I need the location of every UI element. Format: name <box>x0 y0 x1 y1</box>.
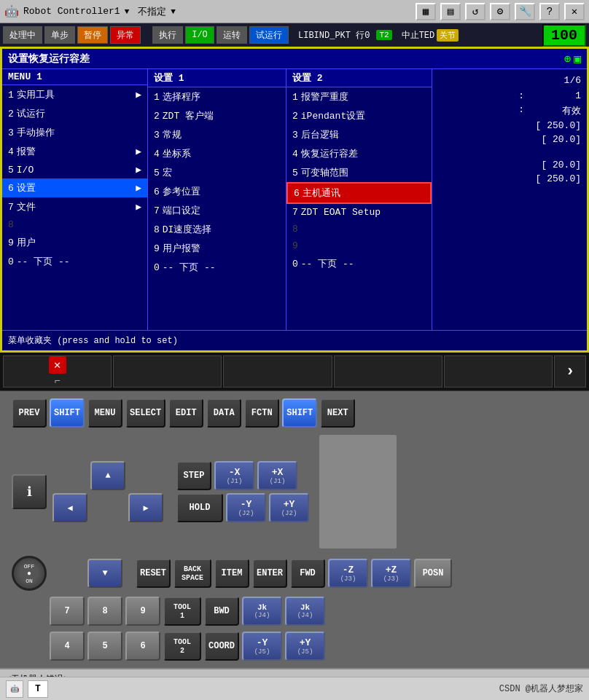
zoom-icon[interactable]: ⊕ <box>564 52 572 66</box>
menu-button[interactable]: MENU <box>87 398 122 428</box>
menu-col2-item-9[interactable]: 9用户报警 <box>148 239 286 258</box>
title-text: Robot Controller1 <box>23 6 120 17</box>
menu-col1-item-4[interactable]: 4报警▶ <box>2 142 147 161</box>
hold-button[interactable]: HOLD <box>176 493 223 522</box>
taskbar-icon[interactable]: 🤖 <box>6 680 23 698</box>
status-bar: 菜单收藏夹 (press and hold to set) <box>2 330 587 350</box>
backspace-button[interactable]: BACKSPACE <box>173 559 211 588</box>
fkey-3[interactable] <box>223 355 332 388</box>
tb-icon2-button[interactable]: ▤ <box>440 3 461 20</box>
num-8-button[interactable]: 8 <box>87 597 122 626</box>
fkey-5[interactable] <box>444 355 553 388</box>
tb-close-button[interactable]: ✕ <box>564 3 585 20</box>
item-button[interactable]: ITEM <box>214 559 249 588</box>
num-7-button[interactable]: 7 <box>50 597 85 626</box>
menu-col2-item-1[interactable]: 1选择程序 <box>148 87 286 106</box>
menu-col2-item-0[interactable]: 0-- 下页 -- <box>148 258 286 277</box>
fkey-1[interactable]: ✕ ⌐ <box>3 355 112 388</box>
y-minus-button[interactable]: -Y(J2) <box>226 493 266 522</box>
tool2-button[interactable]: TOOL2 <box>163 632 201 661</box>
menu-col2-item-6[interactable]: 6参考位置 <box>148 182 286 201</box>
menu-col2-item-3[interactable]: 3常规 <box>148 125 286 144</box>
menu-col2-item-2[interactable]: 2ZDT 客户端 <box>148 106 286 125</box>
title-arrow[interactable]: ▼ <box>125 7 130 16</box>
menu-col1-item-9[interactable]: 9用户 <box>2 233 147 252</box>
menu-col2-item-8[interactable]: 8DI速度选择 <box>148 220 286 239</box>
up-button[interactable]: ▲ <box>90 461 125 490</box>
data-button[interactable]: DATA <box>206 398 241 428</box>
tb-refresh-button[interactable]: ↺ <box>465 3 485 20</box>
num-4-button[interactable]: 4 <box>50 632 85 661</box>
j5-plus-button[interactable]: +Y(J5) <box>285 632 325 661</box>
num-9-button[interactable]: 9 <box>125 597 160 626</box>
tb-gear-button[interactable]: ⚙ <box>490 3 510 20</box>
single-step-button[interactable]: 单步 <box>44 26 75 44</box>
fctn-button[interactable]: FCTN <box>244 398 279 428</box>
menu-col1-item-5[interactable]: 5I/O▶ <box>2 161 147 178</box>
layout-icon[interactable]: ▣ <box>574 52 581 66</box>
num-5-button[interactable]: 5 <box>87 632 122 661</box>
num-6-button[interactable]: 6 <box>125 632 160 661</box>
fkey-4[interactable] <box>334 355 442 388</box>
run-button[interactable]: 运转 <box>217 26 247 44</box>
tb-help-button[interactable]: ? <box>539 3 560 20</box>
prev-button[interactable]: PREV <box>12 398 47 428</box>
processing-button[interactable]: 处理中 <box>3 26 42 44</box>
menu-col3-item-1[interactable]: 1报警严重度 <box>286 87 432 106</box>
fkey-2[interactable] <box>113 355 222 388</box>
menu-col2-item-4[interactable]: 4坐标系 <box>148 144 286 163</box>
j4-plus-button[interactable]: Jk(J4) <box>285 597 325 626</box>
x-minus-button[interactable]: -X(J1) <box>214 461 254 490</box>
step-button[interactable]: STEP <box>176 461 211 490</box>
right-button[interactable]: ▶ <box>128 493 163 522</box>
rv-val1: 1 <box>530 90 581 101</box>
edit-button[interactable]: EDIT <box>168 398 203 428</box>
menu-col3-item-6[interactable]: 6主机通讯 <box>286 182 432 204</box>
menu-col3-item-3[interactable]: 3后台逻辑 <box>286 125 432 144</box>
enter-button[interactable]: ENTER <box>252 559 287 588</box>
bwd-button[interactable]: BWD <box>204 597 239 626</box>
fkey-next-button[interactable]: › <box>554 355 586 388</box>
menu-col1-item-1[interactable]: 1实用工具▶ <box>2 85 147 104</box>
unspecified-arrow[interactable]: ▼ <box>171 7 176 16</box>
menu-col3-item-0[interactable]: 0-- 下页 -- <box>286 254 432 273</box>
reset-button[interactable]: RESET <box>136 559 171 588</box>
off-on-knob[interactable]: OFF ● ON <box>12 556 47 591</box>
posn-button[interactable]: POSN <box>414 559 452 588</box>
menu-col3-item-2[interactable]: 2iPendant设置 <box>286 106 432 125</box>
menu-col1-item-6[interactable]: 6设置▶ <box>2 178 147 197</box>
info-button[interactable]: ℹ <box>12 474 47 509</box>
tool1-button[interactable]: TOOL1 <box>163 597 201 626</box>
y-plus-button[interactable]: +Y(J2) <box>269 493 309 522</box>
error-button[interactable]: 异常 <box>110 26 141 44</box>
z-plus-button[interactable]: +Z(J3) <box>371 559 411 588</box>
pause-button[interactable]: 暂停 <box>77 26 108 44</box>
menu-col1-item-7[interactable]: 7文件▶ <box>2 197 147 216</box>
menu-col3-item-7[interactable]: 7ZDT EOAT Setup <box>286 204 432 221</box>
shift-left-button[interactable]: SHIFT <box>50 398 85 428</box>
fwd-button[interactable]: FWD <box>290 559 325 588</box>
left-button[interactable]: ◀ <box>52 493 87 522</box>
menu-col1-item-3[interactable]: 3手动操作 <box>2 123 147 142</box>
test-run-button[interactable]: 试运行 <box>249 26 289 44</box>
menu-col1-item-2[interactable]: 2试运行 <box>2 104 147 123</box>
coord-button[interactable]: COORD <box>204 632 239 661</box>
z-minus-button[interactable]: -Z(J3) <box>328 559 368 588</box>
menu-col3-item-5[interactable]: 5可变轴范围 <box>286 163 432 182</box>
rv-val6: [ 250.0] <box>530 173 581 184</box>
j5-minus-button[interactable]: -Y(J5) <box>242 632 282 661</box>
tb-icon1-button[interactable]: ▦ <box>416 3 436 20</box>
j4-minus-button[interactable]: Jk(J4) <box>242 597 282 626</box>
menu-col2-item-5[interactable]: 5宏 <box>148 163 286 182</box>
down-button[interactable]: ▼ <box>87 559 122 588</box>
execute-button[interactable]: 执行 <box>152 26 183 44</box>
next-button[interactable]: NEXT <box>320 398 355 428</box>
select-button[interactable]: SELECT <box>125 398 165 428</box>
menu-col1-item-0[interactable]: 0-- 下页 -- <box>2 252 147 271</box>
x-plus-button[interactable]: +X(J1) <box>257 461 297 490</box>
io-button[interactable]: I/O <box>185 26 214 44</box>
menu-col3-item-4[interactable]: 4恢复运行容差 <box>286 144 432 163</box>
tb-tool-button[interactable]: 🔧 <box>515 3 535 20</box>
shift-right-button[interactable]: SHIFT <box>282 398 317 428</box>
menu-col2-item-7[interactable]: 7端口设定 <box>148 201 286 220</box>
